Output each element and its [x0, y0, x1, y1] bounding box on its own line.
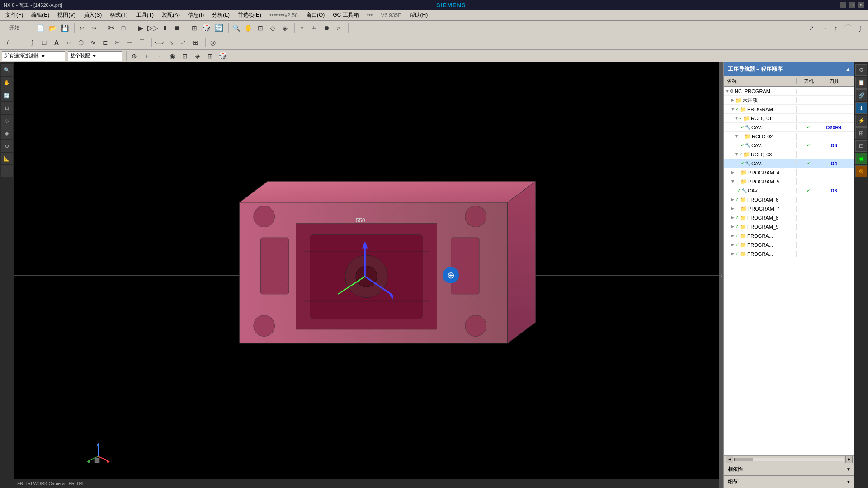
tree-row[interactable]: ✓ 🔧 CAV... ✓ D6: [724, 141, 854, 150]
shade-button[interactable]: ◈: [279, 22, 291, 34]
tool3[interactable]: ⏺: [321, 22, 332, 34]
right-tool3[interactable]: ↑: [830, 22, 842, 34]
tree-row[interactable]: ▶ ✓ 📁 PROGRA...: [724, 240, 854, 249]
vp-wire[interactable]: ◇: [1, 115, 13, 127]
save-button[interactable]: 💾: [59, 22, 71, 34]
zoom-fit-button[interactable]: ⊡: [255, 22, 266, 34]
assembly-dropdown[interactable]: 整个装配 ▼: [68, 51, 122, 61]
tree-row[interactable]: ▶ ✓ 📁 PROGRAM_8: [724, 213, 854, 222]
menu-insert[interactable]: 插入(S): [80, 10, 105, 20]
filter2-button[interactable]: ◉: [166, 50, 178, 62]
menu-gc[interactable]: GC 工具箱: [329, 10, 362, 20]
tree-row[interactable]: ▶ ✓ 📁 RCLQ-03: [724, 150, 854, 159]
right-icon-9[interactable]: ⊗: [855, 165, 867, 177]
menu-window[interactable]: 窗口(O): [302, 10, 328, 20]
vp-rotate[interactable]: 🔄: [1, 89, 13, 101]
tree-row[interactable]: ▶ 📁 PROGRAM_5: [724, 177, 854, 186]
scroll-track[interactable]: [734, 458, 844, 461]
menu-help[interactable]: 帮助(H): [406, 10, 432, 20]
right-icon-5[interactable]: ⚡: [855, 115, 867, 127]
scroll-left-btn[interactable]: ◀: [726, 456, 733, 463]
arc-tool[interactable]: ∩: [14, 37, 26, 48]
right-tool4[interactable]: ⌒: [842, 22, 854, 34]
filter-dropdown[interactable]: 所有选择过滤器 ▼: [2, 51, 65, 61]
tree-row[interactable]: ▶ 📁 PROGRAM_4: [724, 168, 854, 177]
vp-more[interactable]: ⋮: [1, 165, 13, 177]
right-icon-info[interactable]: ℹ: [855, 102, 867, 114]
close-button[interactable]: ✕: [858, 2, 864, 8]
sel-button[interactable]: +: [141, 50, 153, 62]
play-button[interactable]: ▶: [135, 22, 146, 34]
menu-analysis[interactable]: 分析(L): [208, 10, 233, 20]
new-button[interactable]: 📄: [34, 22, 46, 34]
right-icon-1[interactable]: ⚙: [855, 64, 867, 76]
move-tool[interactable]: ⟺: [153, 37, 165, 48]
menu-info[interactable]: 信息(I): [184, 10, 208, 20]
tree-row[interactable]: ✓ 🔧 CAV... ✓ D6: [724, 186, 854, 195]
spline-tool[interactable]: ∿: [87, 37, 99, 48]
menu-edit[interactable]: 编辑(E): [28, 10, 53, 20]
tree-row[interactable]: ▶ ✓ 📁 PROGRA...: [724, 231, 854, 240]
panel-scrollbar[interactable]: ◀ ▶: [724, 455, 854, 463]
curve-tool[interactable]: ∫: [26, 37, 38, 48]
details-section[interactable]: 细节 ▼: [724, 475, 854, 488]
tree-row[interactable]: ▶ ✓ 📁 PROGRAM_6: [724, 195, 854, 204]
viewport[interactable]: 550 FR-TRI WORK Camera TFR-TRI: [14, 62, 719, 488]
grid-button[interactable]: ⊞: [189, 22, 200, 34]
minimize-button[interactable]: —: [840, 2, 846, 8]
ellipse-tool[interactable]: ○: [63, 37, 75, 48]
tree-row[interactable]: ✓ 🔧 CAV... ✓ D20R4: [724, 123, 854, 132]
line-tool[interactable]: /: [2, 37, 14, 48]
filter4-button[interactable]: ◈: [192, 50, 203, 62]
scroll-right-btn[interactable]: ▶: [845, 456, 853, 463]
right-tool5[interactable]: ∫: [854, 22, 866, 34]
tree-row[interactable]: ▶ 📁 PROGRAM_7: [724, 204, 854, 213]
snap-button[interactable]: ⊕: [128, 50, 140, 62]
vp-shade[interactable]: ◆: [1, 127, 13, 139]
offset-tool[interactable]: ⊏: [99, 37, 111, 48]
trim-tool[interactable]: ✂: [112, 37, 123, 48]
right-tool1[interactable]: ↗: [806, 22, 817, 34]
undo-button[interactable]: ↩: [76, 22, 88, 34]
tree-row[interactable]: ▶ ✓ 📁 RCLQ-01: [724, 114, 854, 123]
tree-row[interactable]: ✓ 🔧 CAV... ✓ D4: [724, 159, 854, 168]
scroll-thumb[interactable]: [735, 458, 753, 461]
text-tool[interactable]: A: [51, 37, 62, 48]
vp-section[interactable]: ⊕: [1, 140, 13, 152]
fast-fwd-button[interactable]: ▷▷: [147, 22, 159, 34]
tool1[interactable]: ⌖: [296, 22, 308, 34]
pan-button[interactable]: ✋: [242, 22, 254, 34]
3d-nav-button[interactable]: 🎲: [217, 50, 229, 62]
menu-tools[interactable]: 工具(T): [132, 10, 157, 20]
right-icon-3[interactable]: 🔗: [855, 89, 867, 101]
filter5-button[interactable]: ⊞: [204, 50, 216, 62]
right-icon-6[interactable]: ⊞: [855, 127, 867, 139]
ref-tool[interactable]: ◎: [207, 37, 219, 48]
maximize-button[interactable]: □: [849, 2, 855, 8]
filter3-button[interactable]: ⊡: [179, 50, 191, 62]
menu-file[interactable]: 文件(F): [2, 10, 27, 20]
cut-button[interactable]: ✂: [105, 22, 117, 34]
stop-button[interactable]: ⏹: [171, 22, 183, 34]
rotate-button[interactable]: 🔄: [213, 22, 225, 34]
dependencies-section[interactable]: 相依性 ▼: [724, 463, 854, 475]
box-button[interactable]: □: [118, 22, 129, 34]
zoom-button[interactable]: 🔍: [230, 22, 242, 34]
panel-collapse-btn[interactable]: ▲: [845, 66, 851, 72]
open-button[interactable]: 📂: [47, 22, 58, 34]
tool2[interactable]: ⌗: [308, 22, 320, 34]
rect-tool[interactable]: □: [38, 37, 50, 48]
vp-pan[interactable]: ✋: [1, 77, 13, 89]
tree-row[interactable]: ▶ ✓ 📁 PROGRAM_9: [724, 222, 854, 231]
vp-fit[interactable]: ⊡: [1, 102, 13, 114]
cube-button[interactable]: 🎲: [201, 22, 212, 34]
menu-preferences[interactable]: 首选项(E): [234, 10, 265, 20]
tree-row[interactable]: ▶ ✓ 📁 PROGRA...: [724, 249, 854, 258]
panel-fold-handle[interactable]: ‹: [719, 62, 723, 488]
right-tool2[interactable]: →: [818, 22, 830, 34]
fillet-tool[interactable]: ⌒: [136, 37, 148, 48]
redo-button[interactable]: ↪: [88, 22, 100, 34]
array-tool[interactable]: ⊞: [190, 37, 202, 48]
tree-row[interactable]: ▶ 📁 未用项: [724, 96, 854, 105]
right-icon-7[interactable]: ⊡: [855, 140, 867, 152]
